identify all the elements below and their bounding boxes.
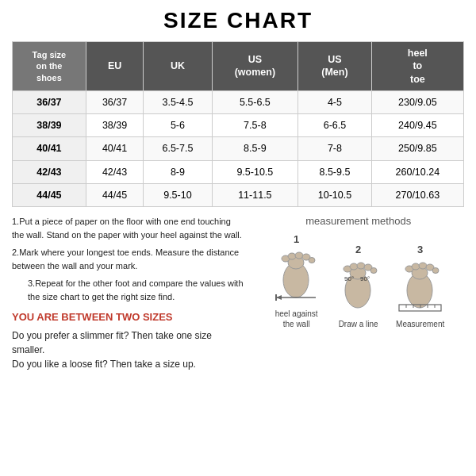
foot-svg-2: 90° 90° bbox=[336, 259, 380, 316]
col-header-tag: Tag sizeon theshoes bbox=[13, 42, 86, 91]
cell-eu: 36/37 bbox=[86, 90, 143, 113]
svg-marker-9 bbox=[276, 295, 282, 300]
instruction-2: 2.Mark where your longest toe ends. Meas… bbox=[12, 246, 244, 272]
cell-uk: 3.5-4.5 bbox=[144, 90, 212, 113]
step-label: Draw a line bbox=[339, 319, 378, 329]
svg-point-6 bbox=[309, 258, 315, 263]
cell-us_men: 6-6.5 bbox=[298, 114, 372, 137]
svg-point-3 bbox=[288, 253, 296, 259]
cell-us_women: 8.5-9 bbox=[212, 137, 298, 160]
svg-point-22 bbox=[412, 263, 420, 270]
table-row: 42/4342/438-99.5-10.58.5-9.5260/10.24 bbox=[13, 160, 464, 183]
col-header-uk: UK bbox=[144, 42, 212, 91]
cell-us_men: 7-8 bbox=[298, 137, 372, 160]
step-label: Measurement bbox=[396, 319, 444, 329]
col-header-eu: EU bbox=[86, 42, 143, 91]
step-label: heel against the wall bbox=[269, 309, 324, 329]
cell-heel: 230/9.05 bbox=[371, 90, 463, 113]
between-sizes-title: YOU ARE BETWEEN TWO SIZES bbox=[12, 309, 244, 325]
page-title: SIZE CHART bbox=[12, 8, 464, 33]
cell-tag: 42/43 bbox=[13, 160, 86, 183]
cell-eu: 38/39 bbox=[86, 114, 143, 137]
foot-svg-1 bbox=[274, 248, 318, 305]
between-sizes-line2: Do you like a loose fit? Then take a siz… bbox=[12, 357, 244, 371]
table-row: 36/3736/373.5-4.55.5-6.54-5230/9.05 bbox=[13, 90, 464, 113]
table-row: 38/3938/395-67.5-86-6.5240/9.45 bbox=[13, 114, 464, 137]
foot-diagram-3 bbox=[398, 259, 442, 314]
svg-point-23 bbox=[419, 263, 427, 269]
foot-item-2: 2 90° 90° Draw a line bbox=[331, 244, 386, 329]
col-header-heel: heeltotoe bbox=[371, 42, 463, 91]
cell-eu: 44/45 bbox=[86, 183, 143, 206]
cell-us_men: 10-10.5 bbox=[298, 183, 372, 206]
cell-eu: 42/43 bbox=[86, 160, 143, 183]
step-num: 2 bbox=[355, 244, 361, 255]
measurement-title: measurement methods bbox=[252, 215, 464, 227]
cell-heel: 240/9.45 bbox=[371, 114, 463, 137]
cell-heel: 250/9.85 bbox=[371, 137, 463, 160]
between-sizes-line1: Do you prefer a slimmer fit? Then take o… bbox=[12, 328, 244, 357]
cell-tag: 40/41 bbox=[13, 137, 86, 160]
cell-tag: 36/37 bbox=[13, 90, 86, 113]
cell-heel: 270/10.63 bbox=[371, 183, 463, 206]
col-header-us-women: US(women) bbox=[212, 42, 298, 91]
svg-text:90°: 90° bbox=[360, 275, 370, 282]
cell-us_women: 5.5-6.5 bbox=[212, 90, 298, 113]
cell-uk: 9.5-10 bbox=[144, 183, 212, 206]
cell-us_men: 8.5-9.5 bbox=[298, 160, 372, 183]
svg-point-14 bbox=[357, 263, 365, 269]
svg-text:90°: 90° bbox=[344, 275, 354, 282]
cell-tag: 38/39 bbox=[13, 114, 86, 137]
cell-us_women: 7.5-8 bbox=[212, 114, 298, 137]
foot-item-1: 1 heel against the wall bbox=[269, 233, 324, 329]
table-row: 44/4544/459.5-1011-11.510-10.5270/10.63 bbox=[13, 183, 464, 206]
svg-point-25 bbox=[432, 268, 439, 274]
instruction-1: 1.Put a piece of paper on the floor with… bbox=[12, 215, 244, 241]
svg-point-13 bbox=[350, 263, 358, 270]
step-num: 1 bbox=[294, 233, 299, 245]
cell-tag: 44/45 bbox=[13, 183, 86, 206]
cell-us_women: 9.5-10.5 bbox=[212, 160, 298, 183]
cell-heel: 260/10.24 bbox=[371, 160, 463, 183]
cell-uk: 6.5-7.5 bbox=[144, 137, 212, 160]
foot-svg-3 bbox=[398, 259, 442, 316]
instruction-3: 3.Repeat for the other foot and compare … bbox=[12, 277, 244, 303]
svg-point-4 bbox=[295, 252, 303, 259]
foot-item-3: 3 Measurement bbox=[393, 244, 448, 329]
table-row: 40/4140/416.5-7.58.5-97-8250/9.85 bbox=[13, 137, 464, 160]
cell-us_men: 4-5 bbox=[298, 90, 372, 113]
cell-eu: 40/41 bbox=[86, 137, 143, 160]
foot-diagram-1 bbox=[274, 248, 318, 304]
foot-diagram-2: 90° 90° bbox=[336, 259, 380, 314]
col-header-us-men: US(Men) bbox=[298, 42, 372, 91]
measurement-section: measurement methods 1 heel against the w… bbox=[252, 215, 464, 371]
cell-uk: 5-6 bbox=[144, 114, 212, 137]
step-num: 3 bbox=[417, 244, 423, 255]
svg-point-16 bbox=[370, 268, 377, 274]
size-chart-table: Tag sizeon theshoes EU UK US(women) US(M… bbox=[12, 41, 464, 207]
cell-uk: 8-9 bbox=[144, 160, 212, 183]
instructions-section: 1.Put a piece of paper on the floor with… bbox=[12, 215, 244, 371]
cell-us_women: 11-11.5 bbox=[212, 183, 298, 206]
